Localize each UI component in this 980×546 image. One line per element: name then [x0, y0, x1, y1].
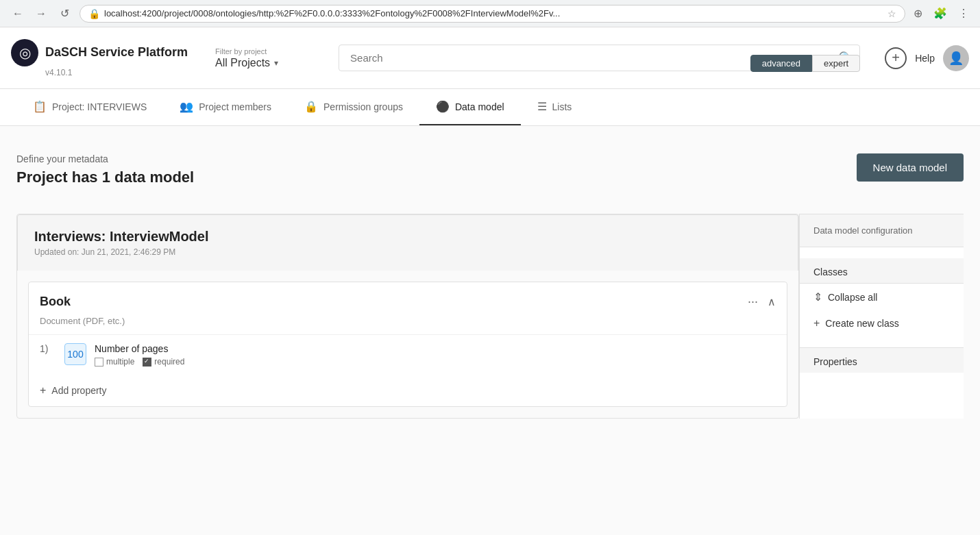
sidebar-properties-title: Properties — [800, 347, 964, 373]
tab-datamodel[interactable]: ⚫ Data model — [419, 89, 521, 125]
search-tab-advanced[interactable]: advanced — [750, 55, 812, 72]
main-content: Define your metadata Project has 1 data … — [0, 126, 980, 535]
search-tabs: advanced expert — [750, 55, 861, 72]
class-collapse-button[interactable]: ∧ — [768, 295, 776, 308]
model-updated: Updated on: Jun 21, 2021, 2:46:29 PM — [34, 247, 781, 257]
property-number: 1) — [40, 343, 56, 354]
reload-button[interactable]: ↺ — [55, 4, 74, 23]
required-checkbox[interactable] — [143, 358, 151, 367]
collapse-all-label: Collapse all — [828, 292, 877, 303]
property-details: Number of pages multiple required — [95, 343, 776, 367]
data-model-title: Project has 1 data model — [16, 169, 194, 186]
forward-button[interactable]: → — [32, 4, 51, 23]
tab-members-label: Project members — [199, 101, 271, 112]
new-data-model-button[interactable]: New data model — [857, 153, 964, 182]
add-property-label: Add property — [51, 385, 106, 396]
property-item: 1) 100 Number of pages multiple — [29, 334, 787, 375]
number-of-pages-icon: 100 — [64, 343, 86, 365]
required-label: required — [154, 357, 184, 367]
members-icon: 👥 — [180, 100, 193, 113]
tab-datamodel-label: Data model — [455, 101, 504, 112]
model-header: Interviews: InterviewModel Updated on: J… — [17, 214, 798, 271]
avatar[interactable]: 👤 — [943, 45, 969, 71]
class-card: Book ··· ∧ Document (PDF, etc.) 1) 100 — [28, 282, 787, 407]
collapse-all-action[interactable]: ⇕ Collapse all — [800, 284, 964, 310]
multiple-checkbox[interactable] — [95, 358, 103, 367]
tab-project[interactable]: 📋 Project: INTERVIEWS — [16, 89, 163, 125]
app-version: v4.10.1 — [11, 68, 72, 77]
extensions-btn[interactable]: 🧩 — [931, 4, 950, 23]
nav-tabs: 📋 Project: INTERVIEWS 👥 Project members … — [0, 89, 980, 126]
model-card-area: Interviews: InterviewModel Updated on: J… — [16, 214, 799, 419]
create-new-class-action[interactable]: + Create new class — [800, 310, 964, 336]
help-button[interactable]: Help — [915, 53, 935, 64]
lists-icon: ☰ — [537, 100, 547, 113]
filter-label: Filter by project — [215, 47, 325, 55]
model-title: Interviews: InterviewModel — [34, 229, 781, 245]
icon-label: 100 — [67, 349, 83, 360]
class-description: Document (PDF, etc.) — [29, 316, 787, 334]
datamodel-icon: ⚫ — [436, 100, 450, 113]
sidebar-classes-section: Classes ⇕ Collapse all + Create new clas… — [800, 247, 964, 347]
address-text: localhost:4200/project/0008/ontologies/h… — [104, 8, 883, 18]
browser-nav: ← → ↺ — [8, 4, 74, 23]
chevron-down-icon: ▾ — [274, 58, 278, 68]
class-name: Book — [40, 295, 71, 309]
data-model-meta: Define your metadata Project has 1 data … — [16, 153, 194, 186]
collapse-all-icon: ⇕ — [813, 290, 822, 303]
search-area: 🔍 advanced expert — [339, 45, 860, 71]
tab-project-label: Project: INTERVIEWS — [52, 101, 147, 112]
lock-icon: 🔒 — [304, 100, 318, 113]
add-button[interactable]: + — [885, 47, 907, 69]
add-property-row[interactable]: + Add property — [29, 375, 787, 406]
sidebar-classes-title: Classes — [800, 258, 964, 284]
profile-icon-btn[interactable]: ⊕ — [911, 4, 925, 23]
tab-permissions-label: Permission groups — [323, 101, 403, 112]
filter-value: All Projects — [215, 57, 270, 69]
multiple-flag[interactable]: multiple — [95, 357, 134, 367]
back-button[interactable]: ← — [8, 4, 27, 23]
required-flag[interactable]: required — [143, 357, 184, 367]
menu-btn[interactable]: ⋮ — [955, 4, 972, 23]
tab-lists-label: Lists — [552, 101, 572, 112]
tab-members[interactable]: 👥 Project members — [163, 89, 288, 125]
create-class-icon: + — [813, 317, 820, 330]
tab-lists[interactable]: ☰ Lists — [521, 89, 589, 125]
search-tab-expert[interactable]: expert — [812, 55, 860, 72]
class-menu-button[interactable]: ··· — [744, 293, 762, 310]
class-header-actions: ··· ∧ — [744, 293, 776, 310]
tab-permissions[interactable]: 🔒 Permission groups — [288, 89, 419, 125]
address-bar[interactable]: 🔒 localhost:4200/project/0008/ontologies… — [79, 5, 905, 23]
define-label: Define your metadata — [16, 153, 194, 164]
multiple-label: multiple — [106, 357, 134, 367]
browser-actions: ⊕ 🧩 ⋮ — [911, 4, 972, 23]
data-model-header: Define your metadata Project has 1 data … — [16, 153, 964, 186]
header-actions: + Help 👤 — [885, 45, 969, 71]
sidebar-config-header: Data model configuration — [800, 214, 964, 247]
property-name: Number of pages — [95, 343, 776, 354]
create-new-class-label: Create new class — [825, 318, 898, 329]
class-card-header: Book ··· ∧ — [29, 282, 787, 316]
right-sidebar: Data model configuration Classes ⇕ Colla… — [799, 214, 964, 419]
browser-chrome: ← → ↺ 🔒 localhost:4200/project/0008/onto… — [0, 0, 980, 27]
logo-icon: ◎ — [11, 39, 38, 66]
app-header: ◎ DaSCH Service Platform v4.10.1 Filter … — [0, 27, 980, 89]
clipboard-icon: 📋 — [33, 100, 47, 113]
property-flags: multiple required — [95, 357, 776, 367]
logo-area: ◎ DaSCH Service Platform v4.10.1 — [11, 39, 188, 77]
content-grid: Interviews: InterviewModel Updated on: J… — [16, 214, 964, 419]
logo-row: ◎ DaSCH Service Platform — [11, 39, 188, 66]
filter-project-area: Filter by project All Projects ▾ — [215, 47, 325, 69]
filter-select[interactable]: All Projects ▾ — [215, 57, 325, 69]
app-name: DaSCH Service Platform — [45, 45, 188, 60]
model-wrapper: Interviews: InterviewModel Updated on: J… — [16, 214, 799, 419]
add-plus-icon: + — [40, 384, 46, 397]
